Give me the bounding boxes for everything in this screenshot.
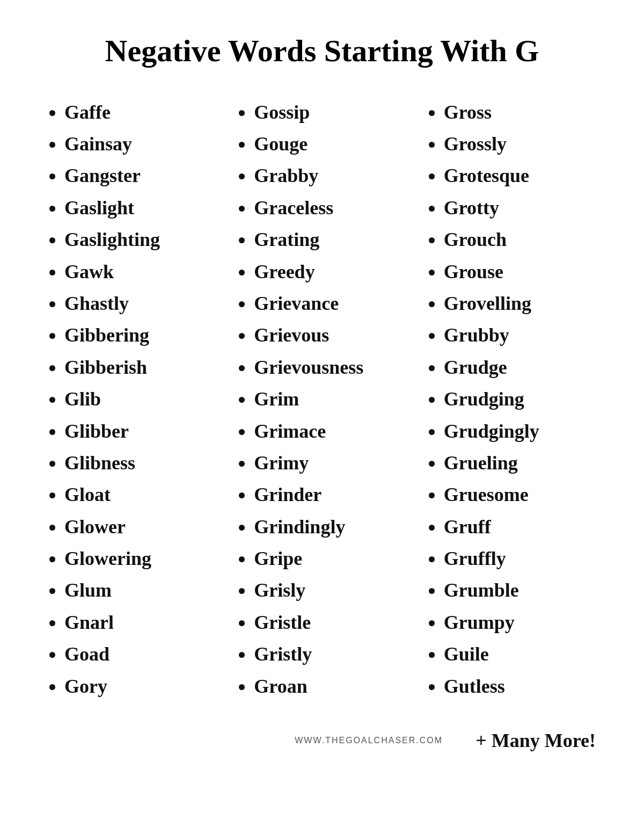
- list-item: Gory: [64, 671, 222, 702]
- list-item: Gruff: [444, 511, 601, 543]
- list-item: Guile: [444, 639, 601, 670]
- list-item: Glibness: [64, 447, 222, 479]
- footer-more: + Many More!: [475, 729, 596, 752]
- list-item: Gaslighting: [64, 224, 222, 256]
- list-item: Grouch: [444, 224, 601, 256]
- list-item: Grudge: [444, 352, 601, 383]
- page-title: Negative Words Starting With G: [43, 32, 601, 70]
- word-columns: GaffeGainsayGangsterGaslightGaslightingG…: [43, 97, 601, 702]
- list-item: Gnarl: [64, 607, 222, 639]
- list-item: Gangster: [64, 160, 222, 192]
- list-item: Gibbering: [64, 320, 222, 351]
- list-item: Grievance: [254, 288, 411, 320]
- list-item: Gouge: [254, 128, 411, 160]
- footer: WWW.THEGOALCHASER.COM + Many More!: [43, 729, 601, 752]
- list-item: Glowering: [64, 543, 222, 575]
- list-item: Groan: [254, 671, 411, 702]
- list-item: Gross: [444, 97, 601, 128]
- list-item: Gruffly: [444, 543, 601, 575]
- list-item: Grating: [254, 224, 411, 256]
- list-item: Grossly: [444, 128, 601, 160]
- list-item: Ghastly: [64, 288, 222, 320]
- list-item: Graceless: [254, 192, 411, 224]
- list-item: Gainsay: [64, 128, 222, 160]
- list-item: Grovelling: [444, 288, 601, 320]
- list-item: Grotty: [444, 192, 601, 224]
- list-item: Greedy: [254, 256, 411, 288]
- list-item: Glib: [64, 383, 222, 415]
- list-item: Gossip: [254, 97, 411, 128]
- list-item: Grievousness: [254, 352, 411, 383]
- list-item: Grindingly: [254, 511, 411, 543]
- list-item: Gristly: [254, 639, 411, 670]
- list-item: Grudgingly: [444, 416, 601, 447]
- list-item: Glibber: [64, 416, 222, 447]
- list-item: Grueling: [444, 447, 601, 479]
- list-item: Gawk: [64, 256, 222, 288]
- list-item: Grumpy: [444, 607, 601, 639]
- list-item: Glum: [64, 575, 222, 606]
- list-item: Grim: [254, 383, 411, 415]
- list-item: Grumble: [444, 575, 601, 606]
- list-item: Grievous: [254, 320, 411, 351]
- list-item: Gruesome: [444, 479, 601, 511]
- list-item: Gristle: [254, 607, 411, 639]
- list-item: Grubby: [444, 320, 601, 351]
- list-item: Grimace: [254, 416, 411, 447]
- list-item: Gaslight: [64, 192, 222, 224]
- list-item: Grabby: [254, 160, 411, 192]
- list-item: Grimy: [254, 447, 411, 479]
- list-item: Grouse: [444, 256, 601, 288]
- list-item: Goad: [64, 639, 222, 670]
- column-1: GaffeGainsayGangsterGaslightGaslightingG…: [43, 97, 222, 702]
- list-item: Grotesque: [444, 160, 601, 192]
- list-item: Gripe: [254, 543, 411, 575]
- column-2: GossipGougeGrabbyGracelessGratingGreedyG…: [232, 97, 411, 702]
- column-3: GrossGrosslyGrotesqueGrottyGrouchGrouseG…: [422, 97, 601, 702]
- list-item: Grudging: [444, 383, 601, 415]
- list-item: Gaffe: [64, 97, 222, 128]
- list-item: Grisly: [254, 575, 411, 606]
- footer-website: WWW.THEGOALCHASER.COM: [262, 736, 475, 745]
- list-item: Gloat: [64, 479, 222, 511]
- list-item: Gibberish: [64, 352, 222, 383]
- list-item: Gutless: [444, 671, 601, 702]
- list-item: Glower: [64, 511, 222, 543]
- list-item: Grinder: [254, 479, 411, 511]
